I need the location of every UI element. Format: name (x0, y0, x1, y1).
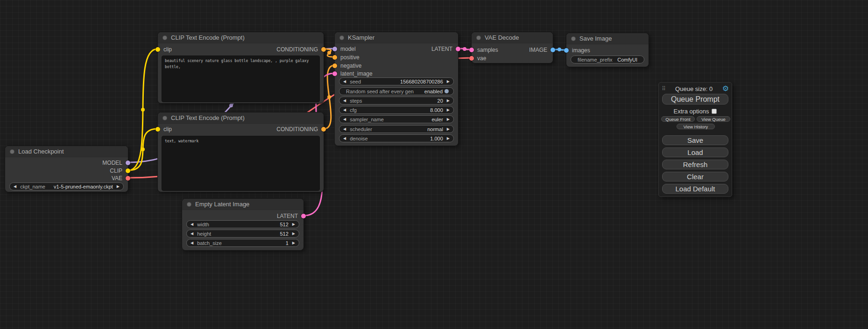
node-title: VAE Decode (485, 34, 519, 41)
queue-prompt-button[interactable]: Queue Prompt (662, 94, 728, 105)
extra-options-checkbox[interactable] (712, 109, 717, 114)
increment-arrow-icon[interactable]: ▶ (447, 99, 450, 103)
view-queue-button[interactable]: View Queue (697, 116, 730, 122)
samples-input-dot[interactable] (469, 48, 474, 52)
node-vae-decode[interactable]: VAE Decode samples vae IMAGE (471, 32, 553, 63)
ckpt-name-widget[interactable]: ◀ ckpt_name v1-5-pruned-emaonly.ckpt ▶ (9, 182, 124, 190)
node-title-bar[interactable]: Save Image (566, 33, 649, 44)
random-seed-toggle-widget[interactable]: Random seed after every gen enabled (339, 87, 454, 95)
node-title-bar[interactable]: VAE Decode (472, 32, 553, 43)
clip-input-dot[interactable] (155, 127, 160, 132)
collapse-dot-icon[interactable] (187, 202, 191, 207)
collapse-dot-icon[interactable] (476, 35, 481, 40)
steps-widget[interactable]: ◀ steps 20 ▶ (339, 97, 454, 105)
view-history-button[interactable]: View History (677, 124, 715, 129)
decrement-arrow-icon[interactable]: ◀ (343, 99, 346, 103)
slot-label: latent_image (340, 70, 373, 77)
slot-label: MODEL (102, 160, 122, 166)
node-clip-text-encode-positive[interactable]: CLIP Text Encode (Prompt) clip CONDITION… (157, 32, 324, 104)
latent-output-dot[interactable] (456, 47, 460, 51)
clear-button[interactable]: Clear (662, 172, 728, 182)
vae-output-dot[interactable] (126, 176, 130, 181)
wire-midpoint-dot (229, 104, 233, 107)
decrement-arrow-icon[interactable]: ◀ (343, 127, 346, 131)
decrement-arrow-icon[interactable]: ◀ (14, 185, 16, 189)
conditioning-output-dot[interactable] (321, 127, 326, 132)
increment-arrow-icon[interactable]: ▶ (447, 118, 450, 121)
wire-midpoint-dot (327, 51, 331, 55)
width-widget[interactable]: ◀ width 512 ▶ (186, 220, 299, 228)
latent-output-dot[interactable] (301, 214, 306, 218)
vae-input-dot[interactable] (469, 56, 474, 61)
decrement-arrow-icon[interactable]: ◀ (191, 223, 193, 226)
collapse-dot-icon[interactable] (571, 36, 576, 41)
decrement-arrow-icon[interactable]: ◀ (191, 232, 193, 236)
slot-label: samples (477, 47, 498, 53)
image-output-dot[interactable] (550, 48, 555, 52)
queue-front-button[interactable]: Queue Front (661, 116, 695, 122)
node-title-bar[interactable]: Load Checkpoint (5, 146, 128, 157)
increment-arrow-icon[interactable]: ▶ (292, 232, 295, 236)
decrement-arrow-icon[interactable]: ◀ (343, 137, 346, 140)
increment-arrow-icon[interactable]: ▶ (447, 108, 450, 112)
node-title-bar[interactable]: CLIP Text Encode (Prompt) (158, 32, 324, 43)
node-load-checkpoint[interactable]: Load Checkpoint MODEL CLIP VAE ◀ ckpt_na… (5, 146, 128, 192)
sampler-name-widget[interactable]: ◀ sampler_name euler ▶ (339, 115, 454, 123)
widget-value: ComfyUI (617, 57, 637, 63)
conditioning-output-dot[interactable] (321, 47, 326, 52)
refresh-button[interactable]: Refresh (662, 160, 728, 169)
node-title-bar[interactable]: KSampler (335, 32, 458, 43)
height-widget[interactable]: ◀ height 512 ▶ (186, 230, 299, 238)
increment-arrow-icon[interactable]: ▶ (447, 137, 450, 140)
negative-input-dot[interactable] (332, 63, 337, 68)
node-title-bar[interactable]: Empty Latent Image (182, 199, 303, 210)
node-save-image[interactable]: Save Image images filename_prefix ComfyU… (566, 33, 649, 67)
widget-label: seed (350, 79, 361, 84)
save-button[interactable]: Save (662, 135, 728, 145)
node-ksampler[interactable]: KSampler model positive negative latent_… (334, 32, 459, 146)
load-default-button[interactable]: Load Default (662, 184, 728, 194)
load-button[interactable]: Load (662, 147, 728, 157)
decrement-arrow-icon[interactable]: ◀ (191, 241, 193, 245)
model-output-dot[interactable] (126, 161, 130, 165)
increment-arrow-icon[interactable]: ▶ (292, 223, 295, 226)
filename-prefix-widget[interactable]: filename_prefix ComfyUI (571, 56, 644, 63)
increment-arrow-icon[interactable]: ▶ (447, 127, 450, 131)
drag-handle-icon[interactable]: ⠿ (662, 85, 666, 92)
widget-label: ckpt_name (20, 184, 45, 189)
model-input-dot[interactable] (332, 47, 337, 51)
collapse-dot-icon[interactable] (10, 149, 14, 154)
images-input-dot[interactable] (564, 48, 569, 53)
node-empty-latent-image[interactable]: Empty Latent Image LATENT ◀ width 512 ▶ … (182, 198, 304, 251)
widget-label: batch_size (197, 240, 222, 246)
slot-label: clip (163, 46, 172, 53)
denoise-widget[interactable]: ◀ denoise 1.000 ▶ (339, 134, 454, 142)
negative-prompt-textarea[interactable]: text, watermark (162, 136, 320, 191)
node-clip-text-encode-negative[interactable]: CLIP Text Encode (Prompt) clip CONDITION… (157, 112, 324, 192)
clip-output-dot[interactable] (126, 168, 130, 173)
decrement-arrow-icon[interactable]: ◀ (343, 108, 346, 112)
graph-canvas[interactable]: Load Checkpoint MODEL CLIP VAE ◀ ckpt_na… (0, 0, 868, 329)
collapse-dot-icon[interactable] (162, 116, 167, 120)
scheduler-widget[interactable]: ◀ scheduler normal ▶ (339, 125, 454, 133)
collapse-dot-icon[interactable] (339, 35, 344, 40)
increment-arrow-icon[interactable]: ▶ (292, 241, 295, 245)
slot-label: LATENT (431, 46, 452, 52)
clip-input-dot[interactable] (155, 47, 160, 52)
increment-arrow-icon[interactable]: ▶ (447, 80, 450, 84)
decrement-arrow-icon[interactable]: ◀ (343, 118, 346, 121)
decrement-arrow-icon[interactable]: ◀ (343, 80, 346, 84)
positive-prompt-textarea[interactable]: beautiful scenery nature glass bottle la… (162, 56, 320, 102)
latent-image-input-dot[interactable] (332, 71, 337, 76)
seed-widget[interactable]: ◀ seed 156680208700286 ▶ (339, 77, 454, 85)
widget-label: Random seed after every gen (346, 89, 414, 94)
toggle-indicator-dot[interactable] (445, 89, 449, 93)
positive-input-dot[interactable] (332, 55, 337, 60)
node-title-bar[interactable]: CLIP Text Encode (Prompt) (158, 112, 324, 124)
increment-arrow-icon[interactable]: ▶ (117, 185, 120, 189)
collapse-dot-icon[interactable] (162, 35, 167, 40)
settings-gear-icon[interactable]: ⚙ (722, 85, 729, 92)
cfg-widget[interactable]: ◀ cfg 8.000 ▶ (339, 106, 454, 114)
widget-label: sampler_name (350, 117, 384, 122)
batch-size-widget[interactable]: ◀ batch_size 1 ▶ (186, 239, 299, 247)
